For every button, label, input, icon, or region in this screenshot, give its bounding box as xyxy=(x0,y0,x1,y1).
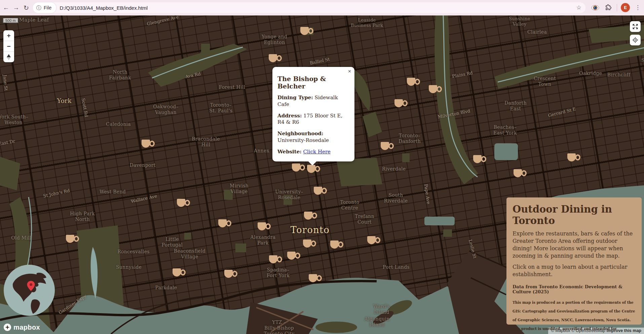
url-text: D:/Q3/1033/A4_Mapbox_EB/index.html xyxy=(60,5,148,11)
mug-marker[interactable] xyxy=(308,273,320,283)
popup-tip xyxy=(308,161,317,165)
mug-marker[interactable] xyxy=(313,186,326,196)
geolocate-icon xyxy=(632,37,639,43)
compass-south-icon xyxy=(7,57,11,60)
bookmark-star-icon[interactable]: ☆ xyxy=(576,4,581,11)
mug-marker[interactable] xyxy=(268,53,280,63)
feature-popup: × The Bishop & Belcher Dining Type: Side… xyxy=(272,67,354,161)
mug-marker[interactable] xyxy=(304,211,316,221)
popup-field-neighbourhood: Neighbourhood: University-Rosedale xyxy=(277,131,349,144)
popup-close-icon[interactable]: × xyxy=(348,69,351,74)
mug-marker[interactable] xyxy=(141,139,153,149)
mug-marker[interactable] xyxy=(428,84,441,94)
fullscreen-icon xyxy=(632,23,639,30)
address-bar[interactable]: ⓘ File D:/Q3/1033/A4_Mapbox_EB/index.htm… xyxy=(33,2,585,13)
mug-marker[interactable] xyxy=(330,239,342,250)
reload-button[interactable]: ↻ xyxy=(22,3,31,12)
zoom-out-button[interactable]: − xyxy=(3,41,14,52)
panel-intro: Explore the restaurants, bars & cafes of… xyxy=(513,230,636,260)
panel-title: Outdoor Dining in Toronto xyxy=(513,203,636,226)
popup-title: The Bishop & Belcher xyxy=(277,75,349,90)
extension-eye-icon[interactable] xyxy=(591,4,599,12)
panel-data-credit: Data from Toronto Economic Development &… xyxy=(513,284,636,294)
mug-marker[interactable] xyxy=(473,154,485,164)
browser-toolbar: ← → ↻ ⓘ File D:/Q3/1033/A4_Mapbox_EB/ind… xyxy=(0,0,644,15)
mapbox-logo[interactable]: mapbox xyxy=(3,323,40,331)
mapbox-logo-icon xyxy=(3,323,11,331)
mug-marker[interactable] xyxy=(292,162,304,173)
mug-marker[interactable] xyxy=(257,221,269,231)
mug-marker[interactable] xyxy=(224,269,236,279)
mug-marker[interactable] xyxy=(407,77,419,87)
mug-marker[interactable] xyxy=(300,26,312,36)
fullscreen-button[interactable] xyxy=(630,21,641,32)
mug-marker[interactable] xyxy=(303,238,315,249)
panel-fine-print: This map is produced as a portion of the… xyxy=(513,298,636,334)
toolbar-divider xyxy=(617,4,617,11)
url-scheme-chip: ⓘ File xyxy=(33,2,56,13)
zoom-in-button[interactable]: + xyxy=(3,30,14,41)
mug-marker[interactable] xyxy=(287,251,299,261)
scale-bar: 500 m xyxy=(3,18,18,23)
mug-marker[interactable] xyxy=(513,168,525,178)
geolocate-button[interactable] xyxy=(630,35,641,45)
extensions-puzzle-icon[interactable] xyxy=(604,4,612,12)
popup-field-dining-type: Dining Type: Sidewalk Cafe xyxy=(277,95,349,108)
mapbox-logo-text: mapbox xyxy=(13,324,40,331)
info-panel: Outdoor Dining in Toronto Explore the re… xyxy=(506,197,642,325)
page-info-icon[interactable]: ⓘ xyxy=(36,5,41,11)
globe-inset xyxy=(3,264,56,317)
map-canvas[interactable]: Maple LeafGlengrove AveLeaside Business … xyxy=(0,15,644,334)
mug-marker[interactable] xyxy=(394,98,406,108)
profile-avatar[interactable]: E xyxy=(621,3,630,12)
mug-marker[interactable] xyxy=(567,152,579,162)
mug-marker[interactable] xyxy=(218,218,230,228)
mug-marker[interactable] xyxy=(380,141,392,151)
compass-button[interactable] xyxy=(3,52,14,62)
browser-menu-icon[interactable]: ⋮ xyxy=(635,3,641,12)
mug-marker[interactable] xyxy=(367,235,379,245)
panel-instruction: Click on a mug to learn about a particul… xyxy=(513,263,636,278)
mug-marker[interactable] xyxy=(66,234,78,244)
mug-marker[interactable] xyxy=(172,267,184,277)
website-link[interactable]: Click Here xyxy=(303,149,331,155)
back-button[interactable]: ← xyxy=(1,3,11,12)
popup-field-address: Address: 175 Bloor St E, R4 & R6 xyxy=(277,113,349,126)
scheme-label: File xyxy=(44,5,51,10)
popup-field-website: Website: Click Here xyxy=(277,149,349,155)
screen: { "browser": { "url": "D:/Q3/1033/A4_Map… xyxy=(0,0,644,334)
zoom-control: + − xyxy=(3,30,14,62)
compass-north-icon xyxy=(7,54,11,57)
mug-marker[interactable] xyxy=(177,198,189,208)
forward-button[interactable]: → xyxy=(11,3,21,12)
mug-marker[interactable] xyxy=(269,254,281,264)
